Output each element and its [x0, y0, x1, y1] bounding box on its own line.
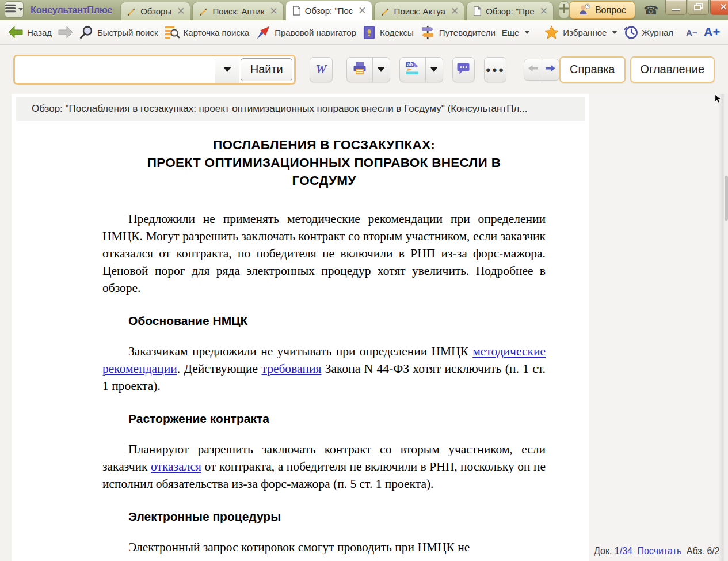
doc-forward-button[interactable]	[542, 59, 559, 80]
document-title-line: ГОСДУМУ	[102, 172, 546, 189]
phone-icon[interactable]: ☎	[643, 3, 658, 17]
inline-link[interactable]: отказался	[151, 460, 201, 473]
pen-icon	[127, 7, 136, 16]
tab-close-icon[interactable]: ✕	[357, 7, 366, 15]
tab-close-icon[interactable]: ✕	[268, 7, 277, 16]
mouse-cursor	[715, 95, 721, 105]
star-icon	[544, 25, 559, 39]
tab-strip: Обзоры✕Поиск: Антик✕Обзор: "Пос✕Поиск: А…	[120, 0, 555, 20]
highlight-button[interactable]: ab	[400, 58, 425, 82]
search-group: Найти	[13, 55, 296, 85]
document-sections: Предложили не применять методические рек…	[102, 210, 546, 556]
tab[interactable]: Поиск: Актуа✕	[374, 2, 465, 20]
legal-navigator-icon	[256, 25, 270, 40]
section-heading: Электронные процедуры	[128, 510, 546, 524]
back-button[interactable]: Назад	[8, 26, 52, 39]
highlight-dropdown-button[interactable]	[425, 58, 443, 82]
question-person-icon	[578, 3, 591, 17]
window-controls: ✕	[664, 0, 728, 15]
close-window-button[interactable]: ✕	[710, 0, 728, 15]
doc-back-button[interactable]	[524, 59, 542, 80]
tab-active[interactable]: Обзор: "Пос✕	[285, 1, 372, 20]
highlighter-icon: ab	[405, 61, 420, 78]
tab-label: Обзор: "Пос	[305, 6, 353, 16]
new-tab-button[interactable]	[559, 1, 569, 18]
favorites-button[interactable]: Избранное	[544, 25, 618, 39]
dropdown-arrow-icon	[378, 67, 384, 72]
export-word-button[interactable]: W	[310, 57, 332, 82]
guides-icon	[420, 25, 435, 40]
section-heading: Расторжение контракта	[128, 412, 546, 426]
more-actions-button[interactable]: ●●●	[484, 57, 506, 82]
help-button[interactable]: Справка	[559, 56, 625, 83]
minimize-icon	[672, 9, 680, 10]
font-increase-button[interactable]: А+	[704, 25, 721, 40]
document-paragraph: Заказчикам предложили не учитывать при о…	[102, 343, 546, 395]
doc-nav-group	[524, 59, 559, 81]
svg-text:ab: ab	[407, 62, 413, 67]
find-button[interactable]: Найти	[241, 58, 292, 81]
question-button[interactable]: Вопрос	[569, 1, 635, 19]
inline-link[interactable]: требования	[261, 362, 321, 376]
toc-button[interactable]: Оглавление	[630, 56, 715, 83]
document-icon	[473, 6, 482, 16]
tab-close-icon[interactable]: ✕	[539, 7, 548, 16]
word-icon: W	[316, 62, 327, 77]
restore-button[interactable]	[688, 0, 709, 15]
search-card-icon	[165, 25, 180, 39]
document-header: Обзор: "Послабления в госзакупках: проек…	[16, 97, 585, 121]
back-arrow-icon	[8, 26, 23, 39]
document-body: ПОСЛАБЛЕНИЯ В ГОСЗАКУПКАХ:ПРОЕКТ ОПТИМИЗ…	[12, 121, 589, 556]
tab[interactable]: Обзоры✕	[120, 2, 190, 20]
comment-button[interactable]	[452, 57, 475, 82]
more-button[interactable]: Еще	[502, 28, 531, 37]
quick-search-button[interactable]: Быстрый поиск	[79, 25, 158, 39]
font-decrease-button[interactable]: А−	[686, 28, 697, 37]
print-dropdown-button[interactable]	[372, 58, 390, 82]
tab-label: Обзор: "Пре	[486, 6, 534, 16]
vertical-scrollbar[interactable]	[723, 94, 728, 561]
main-menu-button[interactable]	[5, 1, 24, 18]
dropdown-arrow-icon	[223, 67, 231, 72]
pen-icon	[381, 7, 390, 16]
document-paragraph: Планируют разрешить заключать контракт с…	[102, 441, 546, 492]
tab[interactable]: Поиск: Антик✕	[192, 2, 283, 20]
nav-back-icon	[528, 64, 539, 75]
favorites-label: Избранное	[563, 28, 607, 37]
dropdown-arrow-icon	[430, 67, 437, 72]
guides-button[interactable]: Путеводители	[420, 25, 496, 40]
search-dropdown-button[interactable]	[215, 56, 239, 83]
forward-arrow-icon	[58, 26, 73, 39]
ellipsis-icon: ●●●	[486, 65, 505, 74]
search-row: Найти W ab ●●●	[0, 45, 728, 94]
chevron-down-icon	[524, 31, 530, 34]
codes-icon	[363, 25, 376, 40]
plus-icon	[559, 4, 569, 16]
journal-button[interactable]: Журнал	[624, 25, 673, 39]
search-card-button[interactable]: Карточка поиска	[165, 25, 250, 39]
inline-link[interactable]: методические рекомендации	[102, 344, 546, 376]
tab[interactable]: Обзор: "Пре✕	[466, 2, 554, 20]
tab-close-icon[interactable]: ✕	[449, 7, 459, 16]
legal-navigator-button[interactable]: Правовой навигатор	[256, 25, 356, 40]
tab-bar: КонсультантПлюс Обзоры✕Поиск: Антик✕Обзо…	[0, 0, 728, 20]
tab-label: Поиск: Антик	[212, 6, 264, 16]
more-label: Еще	[502, 28, 520, 37]
count-link[interactable]: Посчитать	[637, 546, 681, 556]
codes-button[interactable]: Кодексы	[363, 25, 414, 40]
forward-button[interactable]	[58, 26, 73, 39]
hamburger-menu-icon	[5, 4, 17, 15]
document-title: ПОСЛАБЛЕНИЯ В ГОСЗАКУПКАХ:ПРОЕКТ ОПТИМИЗ…	[102, 136, 546, 189]
guides-label: Путеводители	[439, 28, 496, 37]
minimize-button[interactable]	[665, 0, 687, 15]
tab-close-icon[interactable]: ✕	[176, 7, 185, 16]
app-logo: КонсультантПлюс	[31, 5, 112, 16]
print-button[interactable]	[347, 58, 372, 82]
scrollbar-thumb[interactable]	[725, 176, 728, 221]
section-heading: Обоснование НМЦК	[128, 314, 546, 328]
search-input[interactable]	[15, 56, 215, 83]
side-panel: Док. 1/34 Посчитать Абз. 6/2	[589, 94, 728, 561]
restore-icon	[694, 2, 703, 13]
highlight-button-group: ab	[399, 57, 443, 82]
close-window-icon: ✕	[719, 1, 727, 13]
